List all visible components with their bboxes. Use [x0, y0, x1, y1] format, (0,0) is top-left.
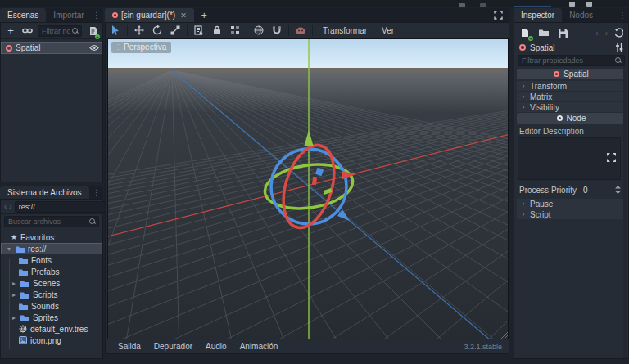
- editor-description-textarea[interactable]: [518, 137, 621, 180]
- separator: [247, 25, 247, 36]
- save-resource-icon[interactable]: [556, 26, 569, 39]
- fs-row-scenes[interactable]: ▸ Scenes: [1, 277, 102, 289]
- nav-back-icon[interactable]: ‹: [4, 202, 7, 211]
- distraction-free-icon[interactable]: [494, 8, 509, 22]
- add-node-button[interactable]: +: [5, 25, 16, 38]
- rotate-tool-icon[interactable]: [151, 24, 164, 37]
- fs-row-prefabs[interactable]: Prefabs: [1, 266, 102, 277]
- attach-script-icon[interactable]: +: [87, 25, 98, 38]
- tab-filesystem[interactable]: Sistema de Archivos: [0, 186, 89, 199]
- scene-tree-row-spatial[interactable]: Spatial: [1, 42, 102, 54]
- fs-row-scripts[interactable]: ▸ Scripts: [1, 289, 102, 300]
- instance-scene-icon[interactable]: [21, 25, 33, 38]
- bottom-tab-audio[interactable]: Audio: [200, 342, 233, 351]
- plus-badge: +: [528, 36, 533, 41]
- perspective-menu[interactable]: ⋮ Perspectiva: [111, 42, 171, 53]
- scale-tool-icon[interactable]: [169, 24, 182, 37]
- viewport-3d-svg: [108, 39, 509, 339]
- scene-dock-menu-icon[interactable]: ⋮: [93, 8, 103, 22]
- tab-importar-label: Importar: [53, 11, 84, 20]
- tab-escenas[interactable]: Escenas: [0, 8, 46, 22]
- bottom-tab-depurador[interactable]: Depurador: [148, 342, 198, 351]
- category-node[interactable]: Node: [517, 113, 626, 124]
- perspective-label: Perspectiva: [124, 43, 166, 52]
- transform-menu[interactable]: Transformar: [318, 26, 372, 35]
- section-script[interactable]: › Script: [517, 209, 626, 219]
- select-tool-icon[interactable]: [109, 24, 122, 37]
- history-back-icon[interactable]: ‹: [595, 29, 598, 38]
- inspector-node-row: Spatial: [517, 41, 626, 54]
- tab-inspector[interactable]: Inspector: [514, 8, 562, 22]
- spinner-icon[interactable]: [615, 186, 621, 194]
- override-camera-icon[interactable]: [294, 24, 307, 37]
- inspector-tabbar: Inspector Nodos ⋮: [514, 8, 629, 22]
- favorites-row[interactable]: ★ Favoritos:: [1, 231, 102, 243]
- group-icon[interactable]: [229, 24, 242, 37]
- fs-row-default-env[interactable]: default_env.tres: [1, 323, 102, 335]
- inspector-filter-input[interactable]: [518, 56, 624, 65]
- filesystem-menu-icon[interactable]: ⋮: [93, 186, 103, 199]
- category-node-label: Node: [567, 114, 586, 123]
- version-label: 3.2.1.stable: [464, 343, 502, 351]
- history-forward-icon[interactable]: ›: [605, 29, 608, 38]
- move-tool-icon[interactable]: [133, 24, 146, 37]
- close-icon[interactable]: ✕: [179, 11, 187, 20]
- viewport-3d[interactable]: ⋮ Perspectiva: [107, 38, 509, 339]
- scene-tabs-bar: [sin guardar](*) ✕ +: [105, 8, 509, 22]
- filesystem-search-row: [1, 214, 102, 229]
- section-transform[interactable]: › Transform: [517, 81, 626, 91]
- bottom-tab-label: Animación: [240, 342, 278, 351]
- view-menu[interactable]: Ver: [377, 26, 399, 35]
- expand-icon[interactable]: ▸: [11, 291, 17, 299]
- list-select-tool-icon[interactable]: [192, 24, 206, 37]
- tab-importar[interactable]: Importar: [46, 8, 91, 22]
- section-label: Script: [530, 210, 551, 219]
- section-visibility[interactable]: › Visibility: [517, 102, 626, 112]
- fs-row-res[interactable]: ▾ res://: [1, 243, 102, 254]
- snap-icon[interactable]: [270, 24, 283, 37]
- process-priority-label: Process Priority: [519, 186, 577, 195]
- expand-icon: ›: [520, 200, 527, 208]
- filesystem-panel: ‹ › ★ Favoritos: ▾ res://: [0, 199, 103, 359]
- node-tools-icon[interactable]: [615, 43, 623, 52]
- expand-icon[interactable]: ▸: [11, 280, 17, 287]
- bottom-tab-animacion[interactable]: Animación: [234, 342, 284, 351]
- inspector-scrollbar[interactable]: [623, 23, 627, 358]
- local-space-icon[interactable]: [252, 24, 265, 37]
- collapse-icon[interactable]: ▾: [6, 245, 12, 253]
- filesystem-tree: ★ Favoritos: ▾ res:// Fonts Prefabs ▸ Sc…: [1, 229, 102, 346]
- section-matrix[interactable]: › Matrix: [517, 92, 626, 101]
- expand-textarea-icon[interactable]: [607, 153, 616, 162]
- scene-tab-current[interactable]: [sin guardar](*) ✕: [105, 8, 194, 22]
- bottom-tab-salida[interactable]: Salida: [112, 342, 147, 351]
- fs-row-icon-png[interactable]: icon.png: [1, 335, 102, 346]
- inspector-menu-icon[interactable]: ⋮: [618, 8, 629, 22]
- fs-row-sprites[interactable]: ▸ Sprites: [1, 312, 102, 323]
- bottom-tab-label: Salida: [118, 342, 141, 351]
- new-resource-icon[interactable]: +: [518, 26, 532, 39]
- scene-dock-panel: + + Spatial: [0, 22, 103, 182]
- lock-icon[interactable]: [210, 24, 224, 37]
- new-scene-tab-button[interactable]: +: [194, 8, 215, 22]
- category-spatial[interactable]: Spatial: [517, 69, 626, 79]
- visibility-eye-icon[interactable]: [89, 44, 99, 52]
- filesystem-search-input[interactable]: [5, 218, 98, 226]
- drag-dots-icon: ⋮: [115, 44, 121, 51]
- load-resource-folder-icon[interactable]: [537, 26, 550, 39]
- filesystem-tabbar: Sistema de Archivos ⋮: [0, 186, 103, 199]
- fs-row-sounds[interactable]: Sounds: [1, 300, 102, 312]
- separator: [187, 25, 188, 36]
- expand-icon: ›: [520, 210, 527, 218]
- section-label: Visibility: [530, 103, 559, 112]
- cropped-icon: [459, 3, 465, 7]
- filesystem-search: [4, 216, 99, 227]
- fs-item-label: Scripts: [33, 290, 58, 299]
- search-icon: [615, 57, 622, 64]
- nav-forward-icon[interactable]: ›: [9, 202, 11, 211]
- tab-nodos[interactable]: Nodos: [562, 8, 600, 22]
- expand-icon[interactable]: ▸: [11, 314, 17, 321]
- fs-row-fonts[interactable]: Fonts: [1, 254, 102, 266]
- section-pause[interactable]: › Pause: [517, 199, 626, 209]
- process-priority-field[interactable]: 0: [581, 185, 623, 195]
- separator: [312, 25, 313, 36]
